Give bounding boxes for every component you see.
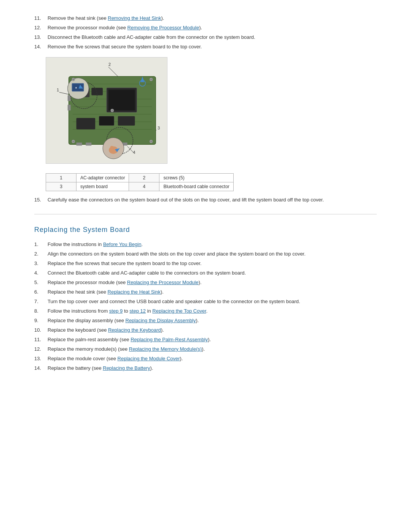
svg-rect-20 xyxy=(99,116,114,126)
replace-step-2-content: Align the connectors on the system board… xyxy=(48,251,377,257)
motherboard-svg: 2 1 3 4 xyxy=(46,58,167,163)
step-12-content: Remove the processor module (see Removin… xyxy=(48,25,377,30)
section-divider xyxy=(34,214,377,214)
replacing-battery-link[interactable]: Replacing the Battery xyxy=(103,365,150,371)
replacing-section: Replacing the System Board 1. Follow the… xyxy=(34,226,377,371)
replace-step-13: 13. Replace the module cover (see Replac… xyxy=(34,356,377,361)
replace-step-7: 7. Turn the top cover over and connect t… xyxy=(34,299,377,304)
removing-heat-sink-link[interactable]: Removing the Heat Sink xyxy=(108,15,161,21)
step-14-number: 14. xyxy=(34,44,48,50)
replace-step-1-num: 1. xyxy=(34,241,48,247)
removing-processor-link[interactable]: Removing the Processor Module xyxy=(127,25,199,30)
svg-rect-18 xyxy=(108,89,135,110)
motherboard-diagram: 2 1 3 4 xyxy=(46,57,167,164)
replace-step-9-num: 9. xyxy=(34,318,48,323)
replace-step-1-content: Follow the instructions in Before You Be… xyxy=(48,241,377,247)
replace-step-3: 3. Replace the five screws that secure t… xyxy=(34,260,377,266)
replacing-steps-list: 1. Follow the instructions in Before You… xyxy=(34,241,377,371)
replace-step-11-content: Replace the palm-rest assembly (see Repl… xyxy=(48,337,377,342)
table-num-2: 2 xyxy=(129,174,159,182)
svg-text:1: 1 xyxy=(57,88,59,92)
replacing-processor-link[interactable]: Replacing the Processor Module xyxy=(127,280,199,285)
replace-step-11-num: 11. xyxy=(34,337,48,342)
table-label-4: Bluetooth-board cable connector xyxy=(159,182,233,191)
before-you-begin-link[interactable]: Before You Begin xyxy=(103,241,141,247)
step-11-row: 11. Remove the heat sink (see Removing t… xyxy=(34,15,377,21)
diagram-container: 2 1 3 4 xyxy=(46,57,377,164)
replace-step-11: 11. Replace the palm-rest assembly (see … xyxy=(34,337,377,342)
svg-text:2: 2 xyxy=(108,62,111,67)
step-11-number: 11. xyxy=(34,15,48,21)
replace-step-1: 1. Follow the instructions in Before You… xyxy=(34,241,377,247)
step-14-content: Remove the five screws that secure the s… xyxy=(48,44,377,50)
replace-step-10-num: 10. xyxy=(34,327,48,333)
replace-step-8: 8. Follow the instructions from step 9 t… xyxy=(34,308,377,314)
replace-step-10: 10. Replace the keyboard (see Replacing … xyxy=(34,327,377,333)
content-area: 11. Remove the heat sink (see Removing t… xyxy=(34,15,377,371)
replace-step-3-num: 3. xyxy=(34,260,48,266)
replace-step-12-content: Replace the memory module(s) (see Replac… xyxy=(48,346,377,352)
replace-step-12-num: 12. xyxy=(34,346,48,352)
table-label-2: screws (5) xyxy=(159,174,233,182)
replacing-display-link[interactable]: Replacing the Display Assembly xyxy=(126,318,196,323)
svg-rect-25 xyxy=(68,95,71,101)
step9-link[interactable]: step 9 xyxy=(109,308,123,314)
svg-rect-41 xyxy=(110,146,113,151)
parts-reference-table: 1 AC-adapter connector 2 screws (5) 3 sy… xyxy=(46,173,234,191)
svg-rect-21 xyxy=(118,116,135,126)
replace-step-12: 12. Replace the memory module(s) (see Re… xyxy=(34,346,377,352)
replace-step-3-content: Replace the five screws that secure the … xyxy=(48,260,377,266)
svg-text:▲: ▲ xyxy=(75,86,78,89)
replacing-module-cover-link[interactable]: Replacing the Module Cover xyxy=(118,356,180,361)
svg-rect-19 xyxy=(76,118,96,129)
table-num-4: 4 xyxy=(129,182,159,191)
replace-step-14-content: Replace the battery (see Replacing the B… xyxy=(48,365,377,371)
replacing-memory-link[interactable]: Replacing the Memory Module(s) xyxy=(129,346,202,352)
table-label-1: AC-adapter connector xyxy=(76,174,129,182)
replace-step-4-num: 4. xyxy=(34,270,48,276)
replace-step-9-content: Replace the display assembly (see Replac… xyxy=(48,318,377,323)
step-15-content: Carefully ease the connectors on the sys… xyxy=(48,197,377,203)
replace-step-5-num: 5. xyxy=(34,280,48,285)
replace-step-10-content: Replace the keyboard (see Replacing the … xyxy=(48,327,377,333)
svg-rect-26 xyxy=(68,105,71,110)
replace-step-7-content: Turn the top cover over and connect the … xyxy=(48,299,377,304)
replace-step-9: 9. Replace the display assembly (see Rep… xyxy=(34,318,377,323)
step-12-row: 12. Remove the processor module (see Rem… xyxy=(34,25,377,30)
table-num-1: 1 xyxy=(46,174,76,182)
replace-step-5: 5. Replace the processor module (see Rep… xyxy=(34,280,377,285)
replace-step-7-num: 7. xyxy=(34,299,48,304)
replace-step-8-num: 8. xyxy=(34,308,48,314)
table-row-1: 1 AC-adapter connector 2 screws (5) xyxy=(46,174,234,182)
replace-step-4-content: Connect the Bluetooth cable and AC-adapt… xyxy=(48,270,377,276)
step-15-row: 15. Carefully ease the connectors on the… xyxy=(34,197,377,203)
replace-step-5-content: Replace the processor module (see Replac… xyxy=(48,280,377,285)
replace-step-14: 14. Replace the battery (see Replacing t… xyxy=(34,365,377,371)
replacing-top-cover-link[interactable]: Replacing the Top Cover xyxy=(152,308,206,314)
removing-steps: 11. Remove the heat sink (see Removing t… xyxy=(34,15,377,50)
replace-step-4: 4. Connect the Bluetooth cable and AC-ad… xyxy=(34,270,377,276)
replace-step-2-num: 2. xyxy=(34,251,48,257)
step-13-number: 13. xyxy=(34,34,48,40)
replace-step-14-num: 14. xyxy=(34,365,48,371)
step-12-number: 12. xyxy=(34,25,48,30)
table-row-2: 3 system board 4 Bluetooth-board cable c… xyxy=(46,182,234,191)
step-13-content: Disconnect the Bluetooth cable and AC-ad… xyxy=(48,34,377,40)
replace-step-6-num: 6. xyxy=(34,289,48,295)
step-14-row: 14. Remove the five screws that secure t… xyxy=(34,44,377,50)
table-label-3: system board xyxy=(76,182,129,191)
svg-text:3: 3 xyxy=(158,126,160,130)
replacing-palmrest-link[interactable]: Replacing the Palm-Rest Assembly xyxy=(131,337,208,342)
replace-step-2: 2. Align the connectors on the system bo… xyxy=(34,251,377,257)
replacing-section-title: Replacing the System Board xyxy=(34,226,377,234)
replace-step-6: 6. Replace the heat sink (see Replacing … xyxy=(34,289,377,295)
step-13-row: 13. Disconnect the Bluetooth cable and A… xyxy=(34,34,377,40)
step12-link[interactable]: step 12 xyxy=(129,308,146,314)
step-11-content: Remove the heat sink (see Removing the H… xyxy=(48,15,377,21)
replace-step-6-content: Replace the heat sink (see Replacing the… xyxy=(48,289,377,295)
svg-rect-27 xyxy=(76,142,82,145)
table-num-3: 3 xyxy=(46,182,76,191)
replacing-keyboard-link[interactable]: Replacing the Keyboard xyxy=(108,327,161,333)
svg-rect-28 xyxy=(86,142,91,145)
replacing-heat-sink-link[interactable]: Replacing the Heat Sink xyxy=(108,289,161,295)
